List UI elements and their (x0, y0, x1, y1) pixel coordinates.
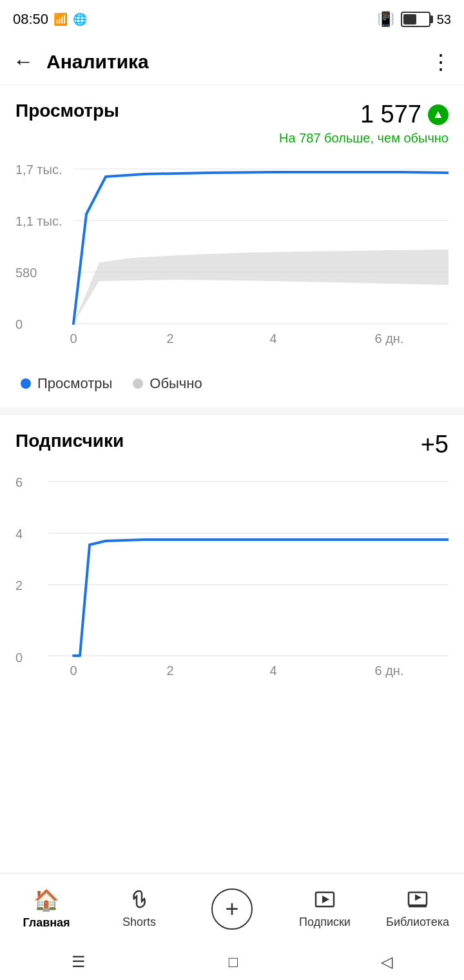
svg-text:4: 4 (269, 663, 276, 678)
nav-shorts[interactable]: Shorts (101, 888, 178, 929)
battery (401, 12, 430, 27)
svg-text:0: 0 (70, 663, 77, 678)
views-header: Просмотры 1 577 ▲ (15, 101, 449, 128)
legend-usual-label: Обычно (150, 375, 202, 392)
library-icon (406, 888, 429, 912)
views-legend: Просмотры Обычно (15, 375, 449, 392)
svg-text:0: 0 (15, 317, 23, 331)
subscribers-title: Подписчики (15, 431, 124, 451)
subscribers-value: +5 (421, 431, 449, 458)
svg-text:6 дн.: 6 дн. (375, 663, 404, 678)
svg-text:580: 580 (15, 266, 37, 280)
svg-text:2: 2 (15, 578, 23, 593)
status-left: 08:50 📶 🌐 (13, 11, 87, 28)
views-section: Просмотры 1 577 ▲ На 787 больше, чем обы… (15, 101, 449, 392)
svg-text:1,1 тыс.: 1,1 тыс. (15, 214, 62, 228)
nav-subscriptions-label: Подписки (299, 916, 351, 929)
nav-library-label: Библиотека (386, 916, 449, 929)
views-chart: 1,7 тыс. 1,1 тыс. 580 0 0 2 4 6 дн. (15, 156, 449, 362)
svg-text:6 дн.: 6 дн. (375, 331, 404, 346)
nav-add[interactable]: + (193, 888, 271, 930)
android-menu-btn[interactable]: ☰ (72, 953, 86, 971)
svg-text:0: 0 (15, 651, 23, 665)
up-arrow-icon: ▲ (428, 104, 449, 125)
svg-text:2: 2 (166, 331, 173, 346)
subscribers-header: Подписчики +5 (15, 431, 449, 458)
subscribers-section: Подписчики +5 6 4 2 0 0 2 4 (15, 415, 449, 701)
svg-marker-28 (415, 894, 421, 901)
shorts-icon (128, 888, 151, 912)
legend-usual: Обычно (133, 375, 202, 392)
status-bar: 08:50 📶 🌐 📳 53 (0, 0, 464, 39)
android-back-btn[interactable]: ◁ (381, 953, 392, 971)
nav-home-label: Главная (23, 916, 70, 930)
add-icon: + (225, 896, 238, 923)
svg-text:2: 2 (166, 663, 173, 678)
svg-text:1,7 тыс.: 1,7 тыс. (15, 162, 62, 177)
legend-dot-blue (21, 378, 31, 389)
wifi-icon: 🌐 (73, 12, 87, 26)
section-divider (0, 407, 464, 415)
subscribers-chart-svg: 6 4 2 0 0 2 4 6 дн. (15, 469, 449, 701)
views-subtitle: На 787 больше, чем обычно (15, 131, 449, 146)
battery-percent: 53 (437, 12, 451, 27)
page-title: Аналитика (46, 51, 430, 73)
svg-marker-26 (322, 896, 329, 903)
nav-subscriptions[interactable]: Подписки (286, 888, 363, 929)
views-chart-svg: 1,7 тыс. 1,1 тыс. 580 0 0 2 4 6 дн. (15, 156, 449, 362)
legend-dot-gray (133, 378, 143, 389)
signal-icon: 📶 (53, 12, 68, 26)
top-nav: ← Аналитика ⋮ (0, 39, 464, 85)
back-button[interactable]: ← (13, 50, 34, 74)
time: 08:50 (13, 11, 48, 28)
android-bar: ☰ □ ◁ (0, 944, 464, 980)
more-button[interactable]: ⋮ (430, 50, 451, 74)
svg-text:0: 0 (70, 331, 77, 346)
bottom-nav: 🏠 Главная Shorts + Подписки Библиотека (0, 873, 464, 944)
home-icon: 🏠 (34, 888, 59, 912)
views-title: Просмотры (15, 101, 119, 121)
legend-views-label: Просмотры (37, 375, 112, 392)
subscriptions-icon (313, 888, 336, 912)
add-button[interactable]: + (211, 888, 253, 930)
legend-views: Просмотры (21, 375, 112, 392)
svg-marker-8 (73, 250, 449, 324)
views-value: 1 577 (360, 101, 421, 128)
status-right: 📳 53 (377, 11, 451, 28)
subscribers-chart: 6 4 2 0 0 2 4 6 дн. (15, 469, 449, 701)
svg-text:4: 4 (269, 331, 276, 346)
main-content: Просмотры 1 577 ▲ На 787 больше, чем обы… (0, 85, 464, 701)
nav-library[interactable]: Библиотека (379, 888, 456, 929)
nav-home[interactable]: 🏠 Главная (8, 888, 85, 930)
nav-shorts-label: Shorts (122, 916, 156, 929)
views-value-group: 1 577 ▲ (360, 101, 449, 128)
android-home-btn[interactable]: □ (229, 953, 238, 971)
svg-text:6: 6 (15, 475, 23, 489)
vibrate-icon: 📳 (377, 11, 394, 28)
svg-text:4: 4 (15, 527, 23, 541)
